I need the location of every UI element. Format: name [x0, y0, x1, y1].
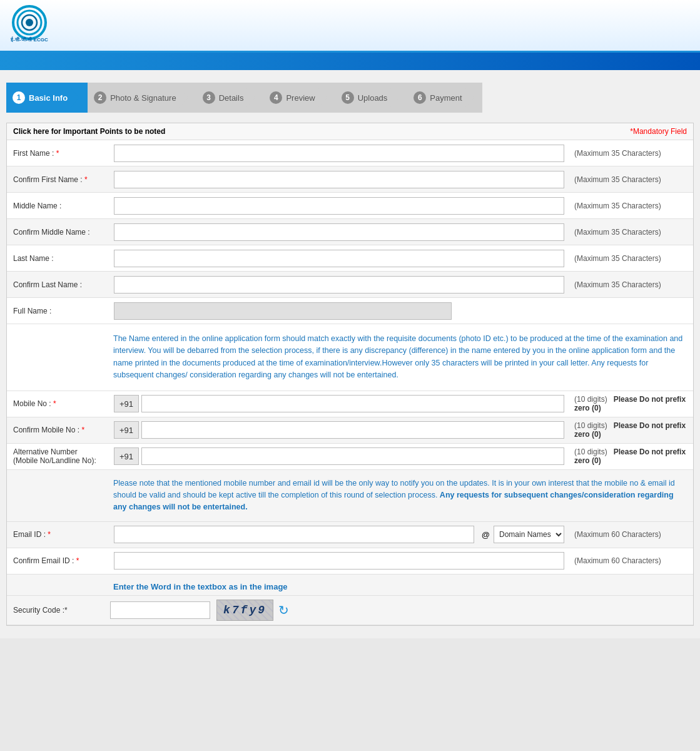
security-code-input[interactable] — [110, 601, 210, 619]
step-1-basic-info[interactable]: 1 Basic Info — [6, 83, 88, 113]
mandatory-field-label: *Mandatory Field — [630, 127, 687, 136]
confirm-first-name-row: Confirm First Name : * (Maximum 35 Chara… — [7, 166, 693, 193]
mobile-prefix: +91 — [114, 395, 139, 412]
email-row: Email ID : * @ Domain Names gmail.com ya… — [7, 522, 693, 548]
confirm-middle-name-hint: (Maximum 35 Characters) — [568, 225, 693, 239]
alt-number-prefix: +91 — [114, 447, 139, 465]
confirm-email-input[interactable] — [114, 552, 564, 570]
first-name-required: * — [56, 149, 59, 158]
email-required: * — [48, 530, 51, 539]
confirm-mobile-input-wrap: +91 — [110, 419, 568, 441]
confirm-middle-name-label: Confirm Middle Name : — [7, 224, 110, 240]
email-at-symbol: @ — [478, 530, 494, 539]
important-points-link[interactable]: Click here for Important Points to be no… — [13, 127, 165, 136]
step-1-arrow — [70, 87, 79, 108]
first-name-input-wrap — [110, 142, 568, 165]
confirm-last-name-row: Confirm Last Name : (Maximum 35 Characte… — [7, 272, 693, 298]
last-name-label: Last Name : — [7, 250, 110, 267]
confirm-last-name-label: Confirm Last Name : — [7, 277, 110, 293]
step-3-number: 3 — [203, 91, 215, 104]
step-5-number: 5 — [342, 91, 354, 104]
confirm-email-hint: (Maximum 60 Characters) — [568, 554, 693, 568]
mobile-no-row: Mobile No : * +91 (10 digits) Please Do … — [7, 391, 693, 417]
confirm-email-row: Confirm Email ID : * (Maximum 60 Charact… — [7, 548, 693, 575]
security-code-controls: k7fy9 ↻ — [110, 596, 289, 625]
alt-number-note: Please Do not prefix zero (0) — [574, 447, 686, 465]
alt-number-input-wrap: +91 — [110, 445, 568, 467]
confirm-first-name-hint: (Maximum 35 Characters) — [568, 173, 693, 186]
mobile-no-input-wrap: +91 — [110, 392, 568, 415]
step-5-arrow — [390, 87, 398, 108]
middle-name-label: Middle Name : — [7, 198, 110, 214]
security-code-row: Security Code :* k7fy9 ↻ — [7, 596, 693, 625]
step-4-label: Preview — [286, 93, 315, 103]
confirm-last-name-input-wrap — [110, 273, 568, 296]
last-name-input-wrap — [110, 247, 568, 270]
first-name-hint: (Maximum 35 Characters) — [568, 146, 693, 160]
step-3-details[interactable]: 3 Details — [196, 83, 264, 113]
mobile-no-field-group: +91 — [114, 395, 564, 412]
header-blue-bar — [0, 53, 700, 70]
confirm-mobile-input[interactable] — [141, 421, 564, 439]
confirm-middle-name-row: Confirm Middle Name : (Maximum 35 Charac… — [7, 219, 693, 245]
form-container: Click here for Important Points to be no… — [6, 123, 694, 626]
confirm-first-name-input[interactable] — [114, 171, 564, 188]
mobile-no-input[interactable] — [141, 395, 564, 412]
name-info-text: The Name entered in the online applicati… — [7, 324, 693, 391]
main-wrapper: 1 Basic Info 2 Photo & Signature 3 Detai… — [0, 70, 700, 638]
full-name-hint — [568, 309, 693, 314]
confirm-email-required: * — [76, 556, 79, 565]
domain-select[interactable]: Domain Names gmail.com yahoo.com hotmail… — [494, 526, 564, 543]
step-4-arrow — [318, 87, 327, 108]
mobile-no-hint: (10 digits) Please Do not prefix zero (0… — [568, 392, 693, 415]
confirm-middle-name-input[interactable] — [114, 223, 564, 241]
middle-name-hint: (Maximum 35 Characters) — [568, 199, 693, 213]
refresh-captcha-button[interactable]: ↻ — [278, 603, 289, 618]
email-input-wrap — [110, 523, 478, 546]
first-name-row: First Name : * (Maximum 35 Characters) — [7, 140, 693, 166]
captcha-instruction-row: Enter the Word in the textbox as in the … — [7, 575, 693, 596]
confirm-first-name-required: * — [84, 175, 88, 184]
full-name-row: Full Name : — [7, 298, 693, 324]
full-name-input-wrap — [110, 300, 568, 322]
confirm-mobile-prefix: +91 — [114, 421, 139, 439]
confirm-mobile-label: Confirm Mobile No : * — [7, 422, 110, 438]
step-1-label: Basic Info — [29, 93, 68, 103]
step-2-label: Photo & Signature — [110, 93, 176, 103]
step-5-uploads[interactable]: 5 Uploads — [335, 83, 408, 113]
alt-number-field-group: +91 — [114, 447, 564, 465]
security-code-label: Security Code :* — [7, 602, 110, 618]
first-name-input[interactable] — [114, 145, 564, 162]
confirm-email-label: Confirm Email ID : * — [7, 553, 110, 569]
email-local-input[interactable] — [114, 526, 474, 543]
step-2-photo[interactable]: 2 Photo & Signature — [88, 83, 196, 113]
step-4-number: 4 — [270, 91, 282, 104]
full-name-label: Full Name : — [7, 303, 110, 319]
step-6-payment[interactable]: 6 Payment — [407, 83, 482, 113]
confirm-mobile-field-group: +91 — [114, 421, 564, 439]
header: ई-सी-जी-सी ECGC — [0, 0, 700, 53]
confirm-last-name-input[interactable] — [114, 276, 564, 294]
step-4-preview[interactable]: 4 Preview — [263, 83, 335, 113]
mobile-no-required: * — [53, 399, 56, 408]
step-6-label: Payment — [430, 93, 462, 103]
email-label: Email ID : * — [7, 526, 110, 543]
step-5-label: Uploads — [358, 93, 388, 103]
captcha-image: k7fy9 — [216, 600, 273, 621]
alt-number-input[interactable] — [141, 447, 564, 465]
middle-name-input[interactable] — [114, 197, 564, 215]
steps-container: 1 Basic Info 2 Photo & Signature 3 Detai… — [6, 83, 694, 113]
confirm-first-name-label: Confirm First Name : * — [7, 171, 110, 188]
mobile-note-text: Please note that the mentioned mobile nu… — [7, 470, 693, 522]
confirm-mobile-note: Please Do not prefix zero (0) — [574, 421, 686, 439]
last-name-input[interactable] — [114, 250, 564, 267]
alt-number-hint: (10 digits) Please Do not prefix zero (0… — [568, 445, 693, 467]
confirm-middle-name-input-wrap — [110, 221, 568, 243]
confirm-mobile-hint: (10 digits) Please Do not prefix zero (0… — [568, 419, 693, 441]
svg-text:ई-सी-जी-सी ECGC: ई-सी-जी-सी ECGC — [10, 36, 48, 43]
captcha-instruction-text: Enter the Word in the textbox as in the … — [113, 582, 288, 591]
alt-number-label: Alternative Number (Mobile No/Landline N… — [7, 444, 110, 469]
captcha-text: k7fy9 — [223, 604, 266, 616]
ecgc-logo: ई-सी-जी-सी ECGC — [8, 5, 51, 46]
step-2-number: 2 — [94, 91, 106, 104]
